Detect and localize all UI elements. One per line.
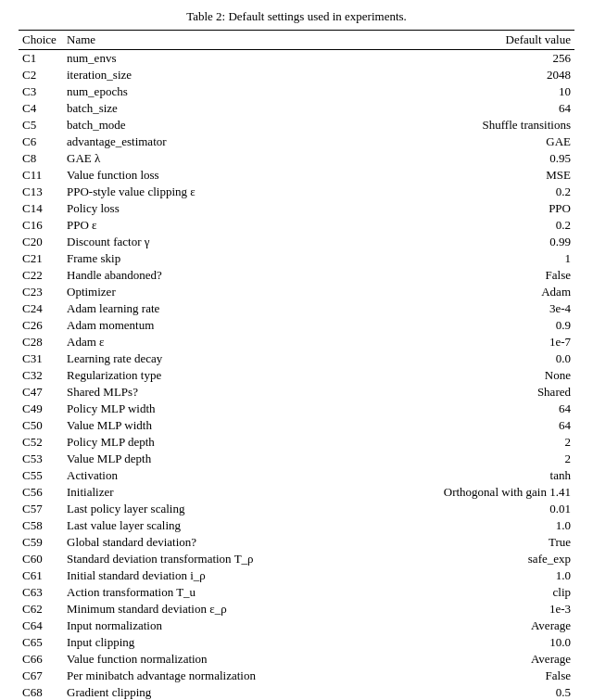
cell-choice: C66 xyxy=(19,651,63,668)
cell-name: batch_size xyxy=(63,100,371,117)
cell-choice: C16 xyxy=(19,217,63,234)
cell-choice: C59 xyxy=(19,534,63,551)
cell-choice: C63 xyxy=(19,584,63,601)
cell-name: Discount factor γ xyxy=(63,234,371,250)
cell-name: Adam learning rate xyxy=(63,300,371,317)
table-row: C61Initial standard deviation i_ρ1.0 xyxy=(19,567,574,584)
cell-choice: C28 xyxy=(19,334,63,350)
cell-default: None xyxy=(371,367,574,384)
header-default: Default value xyxy=(371,31,574,50)
cell-default: False xyxy=(371,267,574,284)
table-row: C21Frame skip1 xyxy=(19,250,574,267)
cell-name: Per minibatch advantage normalization xyxy=(63,668,371,684)
cell-choice: C2 xyxy=(19,67,63,83)
table-row: C28Adam ε1e-7 xyxy=(19,334,574,350)
cell-default: tanh xyxy=(371,467,574,484)
cell-default: 0.01 xyxy=(371,501,574,517)
cell-default: 64 xyxy=(371,100,574,117)
table-row: C1num_envs256 xyxy=(19,50,574,68)
cell-name: PPO-style value clipping ε xyxy=(63,184,371,200)
cell-default: Average xyxy=(371,651,574,668)
cell-choice: C1 xyxy=(19,50,63,68)
cell-name: Shared MLPs? xyxy=(63,384,371,401)
table-row: C58Last value layer scaling1.0 xyxy=(19,517,574,534)
cell-choice: C58 xyxy=(19,517,63,534)
cell-default: 2048 xyxy=(371,67,574,83)
table-row: C31Learning rate decay0.0 xyxy=(19,350,574,367)
table-row: C11Value function lossMSE xyxy=(19,167,574,184)
cell-name: Adam momentum xyxy=(63,317,371,334)
cell-default: 0.0 xyxy=(371,350,574,367)
cell-default: 1e-3 xyxy=(371,601,574,617)
table-row: C59Global standard deviation?True xyxy=(19,534,574,551)
cell-choice: C49 xyxy=(19,401,63,417)
cell-default: 10.0 xyxy=(371,634,574,651)
cell-name: Action transformation T_u xyxy=(63,584,371,601)
cell-default: safe_exp xyxy=(371,551,574,567)
table-row: C32Regularization typeNone xyxy=(19,367,574,384)
cell-default: PPO xyxy=(371,200,574,217)
cell-name: num_epochs xyxy=(63,83,371,100)
cell-name: Optimizer xyxy=(63,284,371,300)
table-row: C24Adam learning rate3e-4 xyxy=(19,300,574,317)
table-row: C20Discount factor γ0.99 xyxy=(19,234,574,250)
cell-default: Adam xyxy=(371,284,574,300)
table-row: C16PPO ε0.2 xyxy=(19,217,574,234)
cell-name: Last policy layer scaling xyxy=(63,501,371,517)
table-row: C8GAE λ0.95 xyxy=(19,150,574,167)
table-row: C4batch_size64 xyxy=(19,100,574,117)
cell-choice: C14 xyxy=(19,200,63,217)
cell-choice: C21 xyxy=(19,250,63,267)
table-row: C5batch_modeShuffle transitions xyxy=(19,117,574,134)
cell-name: Minimum standard deviation ε_ρ xyxy=(63,601,371,617)
cell-choice: C56 xyxy=(19,484,63,501)
cell-choice: C24 xyxy=(19,300,63,317)
cell-choice: C65 xyxy=(19,634,63,651)
cell-name: Value function loss xyxy=(63,167,371,184)
table-row: C55Activationtanh xyxy=(19,467,574,484)
cell-name: Policy MLP width xyxy=(63,401,371,417)
cell-choice: C50 xyxy=(19,417,63,434)
cell-name: Learning rate decay xyxy=(63,350,371,367)
cell-name: Policy MLP depth xyxy=(63,434,371,451)
cell-choice: C62 xyxy=(19,601,63,617)
table-row: C56InitializerOrthogonal with gain 1.41 xyxy=(19,484,574,501)
header-name: Name xyxy=(63,31,371,50)
table-row: C22Handle abandoned?False xyxy=(19,267,574,284)
header-choice: Choice xyxy=(19,31,63,50)
cell-choice: C68 xyxy=(19,684,63,700)
cell-choice: C67 xyxy=(19,668,63,684)
cell-choice: C20 xyxy=(19,234,63,250)
cell-name: Value MLP depth xyxy=(63,451,371,467)
table-row: C49Policy MLP width64 xyxy=(19,401,574,417)
cell-default: 0.5 xyxy=(371,684,574,700)
cell-default: 1.0 xyxy=(371,517,574,534)
table-row: C62Minimum standard deviation ε_ρ1e-3 xyxy=(19,601,574,617)
cell-choice: C5 xyxy=(19,117,63,134)
table-row: C14Policy lossPPO xyxy=(19,200,574,217)
table-row: C66Value function normalizationAverage xyxy=(19,651,574,668)
table-row: C47Shared MLPs?Shared xyxy=(19,384,574,401)
cell-default: Orthogonal with gain 1.41 xyxy=(371,484,574,501)
cell-name: advantage_estimator xyxy=(63,134,371,150)
cell-choice: C26 xyxy=(19,317,63,334)
cell-default: 256 xyxy=(371,50,574,68)
cell-name: Value MLP width xyxy=(63,417,371,434)
cell-default: True xyxy=(371,534,574,551)
table-row: C64Input normalizationAverage xyxy=(19,617,574,634)
cell-default: Shared xyxy=(371,384,574,401)
table-row: C50Value MLP width64 xyxy=(19,417,574,434)
cell-name: Input normalization xyxy=(63,617,371,634)
cell-choice: C32 xyxy=(19,367,63,384)
cell-default: 0.95 xyxy=(371,150,574,167)
table-row: C3num_epochs10 xyxy=(19,83,574,100)
cell-choice: C55 xyxy=(19,467,63,484)
cell-default: 2 xyxy=(371,434,574,451)
table-row: C63Action transformation T_uclip xyxy=(19,584,574,601)
cell-default: 0.2 xyxy=(371,184,574,200)
cell-choice: C52 xyxy=(19,434,63,451)
cell-default: clip xyxy=(371,584,574,601)
cell-default: Average xyxy=(371,617,574,634)
table-title: Table 2: Default settings used in experi… xyxy=(19,9,574,24)
cell-default: 3e-4 xyxy=(371,300,574,317)
